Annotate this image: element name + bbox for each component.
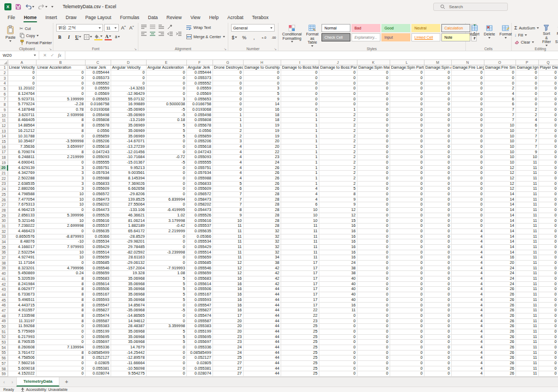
cell[interactable]: 0 [357, 260, 390, 266]
cell[interactable]: 0.055659 [186, 255, 213, 261]
cell[interactable]: 5 [319, 186, 357, 192]
cell[interactable]: 4.152022 [8, 371, 36, 377]
cell[interactable]: 0 [319, 318, 357, 324]
redo-dropdown-icon[interactable] [45, 6, 47, 8]
cell[interactable]: 16.99889 [111, 102, 146, 107]
cell[interactable]: 32 [243, 228, 281, 234]
cell[interactable]: 0.055751 [186, 165, 213, 171]
cell[interactable]: 0 [390, 371, 424, 377]
cell[interactable]: 16 [319, 244, 357, 250]
cell[interactable]: 0 [357, 112, 390, 118]
row-header-30[interactable]: 30 [0, 218, 8, 224]
cell[interactable]: 0.78 [36, 107, 85, 113]
cell[interactable]: -29.98201 [111, 239, 146, 245]
cell[interactable]: 0 [390, 266, 424, 271]
cell[interactable]: 0 [36, 228, 85, 234]
cell[interactable]: 0 [111, 75, 146, 81]
row-header-42[interactable]: 42 [0, 281, 8, 287]
cell[interactable]: -3.599998 [36, 139, 85, 144]
cell[interactable]: 0 [111, 81, 146, 86]
increase-indent-icon[interactable] [176, 32, 182, 37]
cell[interactable]: 0 [213, 86, 243, 92]
cell[interactable]: 6.709074 [8, 149, 36, 155]
cell[interactable]: Damage to Gunship [243, 65, 281, 70]
cell[interactable]: 0 [538, 355, 558, 361]
cell[interactable]: 42 [243, 276, 281, 282]
row-header-12[interactable]: 12 [0, 123, 8, 129]
cell[interactable]: 11 [213, 224, 243, 229]
cell[interactable]: 0 [8, 75, 36, 81]
cell[interactable]: 26 [484, 297, 515, 303]
cell[interactable]: 11 [515, 260, 538, 266]
cell[interactable]: 3 [243, 86, 281, 92]
cell[interactable]: 35.06969 [111, 128, 146, 134]
cell[interactable]: 4.964215 [8, 208, 36, 213]
cell[interactable]: 0.055616 [186, 218, 213, 224]
cell[interactable]: 0 [146, 318, 186, 324]
cell[interactable]: 29.78485 [111, 244, 146, 250]
cell[interactable]: 25 [281, 324, 319, 329]
cell[interactable]: -14.3263 [111, 86, 146, 92]
cell[interactable]: 1 [319, 107, 357, 113]
cell[interactable]: 42 [243, 266, 281, 271]
cell[interactable]: 0.028074 [186, 371, 213, 377]
cell[interactable]: 11 [515, 218, 538, 224]
row-header-9[interactable]: 9 [0, 107, 8, 113]
cell[interactable]: 0 [451, 149, 484, 155]
cell[interactable]: 0 [515, 81, 538, 86]
cell[interactable]: 0 [357, 303, 390, 308]
cell[interactable]: 11 [281, 244, 319, 250]
cell[interactable]: 5.320539 [8, 276, 36, 282]
cell[interactable]: 26 [243, 181, 281, 186]
cell[interactable]: 0.055555 [186, 160, 213, 165]
cell[interactable]: 12 [213, 260, 243, 266]
row-header-19[interactable]: 19 [0, 160, 8, 165]
cell[interactable]: 0 [146, 86, 186, 92]
menu-tab-view[interactable]: View [186, 13, 204, 23]
cell[interactable]: 7 [484, 118, 515, 123]
cell[interactable]: 17 [281, 292, 319, 298]
cell[interactable]: 0 [213, 102, 243, 107]
cell[interactable]: 44 [243, 308, 281, 313]
cell[interactable]: 11 [515, 281, 538, 287]
cell[interactable]: 14 [484, 218, 515, 224]
cell[interactable]: 0 [538, 118, 558, 123]
cell[interactable]: 4.443715 [8, 303, 36, 308]
cell[interactable]: 4 [213, 155, 243, 160]
bold-button[interactable]: B [56, 33, 63, 40]
cell[interactable]: 0 [451, 123, 484, 129]
cell[interactable]: 0 [538, 340, 558, 345]
cell[interactable]: 35.06968 [111, 276, 146, 282]
cell[interactable]: 11 [515, 266, 538, 271]
cell[interactable]: 0 [36, 361, 85, 366]
cell[interactable]: 0 [538, 102, 558, 107]
cell[interactable]: Angular Jerk [186, 65, 213, 70]
orientation-icon[interactable] [167, 24, 173, 29]
cell[interactable]: 0 [357, 297, 390, 303]
autosum-button[interactable]: ΣAutoSum [514, 25, 539, 31]
cell[interactable]: 8 [36, 287, 85, 292]
cell[interactable]: 0 [424, 118, 451, 123]
cell[interactable]: 4 [451, 260, 484, 266]
formula-cancel-icon[interactable]: ✕ [43, 53, 47, 58]
cell[interactable]: 0 [357, 228, 390, 234]
underline-button[interactable]: U [75, 33, 82, 40]
cell[interactable]: 10 [484, 134, 515, 139]
undo-dropdown-icon[interactable] [32, 6, 34, 8]
conditional-formatting-button[interactable]: Conditional Formatting [281, 24, 303, 43]
cell[interactable]: 4 [451, 308, 484, 313]
cell[interactable]: 28 [243, 197, 281, 202]
cell[interactable]: 0 [357, 86, 390, 92]
cell[interactable]: 0 [36, 366, 85, 371]
cell[interactable]: 17 [281, 303, 319, 308]
cell[interactable]: 25 [281, 350, 319, 355]
column-header-q[interactable]: Q [538, 60, 558, 65]
cell[interactable]: 0 [36, 208, 85, 213]
column-header-h[interactable]: H [243, 60, 281, 65]
row-header-6[interactable]: 6 [0, 91, 8, 97]
cell[interactable]: 0 [146, 260, 186, 266]
cell[interactable]: 0 [538, 123, 558, 129]
cell[interactable]: 10 [36, 202, 85, 208]
cell[interactable]: 22 [281, 308, 319, 313]
cell[interactable]: 40 [319, 292, 357, 298]
